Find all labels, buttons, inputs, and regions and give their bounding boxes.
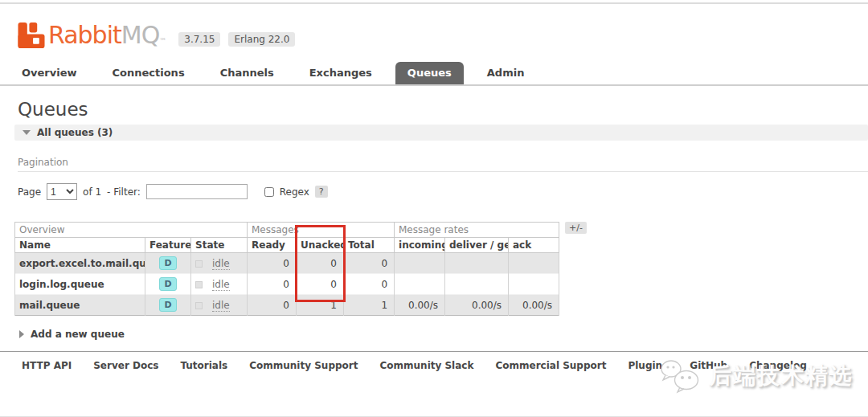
features-cell: D [145,295,191,316]
watermark-text: 后端技术精选 [709,361,854,391]
ready-cell: 0 [248,253,297,274]
col-header-total: Total [344,238,395,253]
tab-connections[interactable]: Connections [100,62,197,84]
state-indicator-icon [195,260,203,268]
rabbitmq-logo-icon [18,22,45,48]
state-cell: idle [191,253,248,274]
footer-link-http-api[interactable]: HTTP API [22,360,72,371]
page-of-label: of 1 [83,186,101,198]
column-group-overview: Overview [15,223,248,238]
queue-name-link[interactable]: export.excel.to.mail.queue [15,253,145,274]
incoming-rate-cell: 0.00/s [395,295,445,316]
logo-word-mq: MQ [121,21,160,49]
table-row: export.excel.to.mail.queue D idle 0 0 0 [15,253,559,274]
add-queue-label: Add a new queue [31,329,125,340]
features-cell: D [145,253,191,274]
total-cell: 1 [344,295,395,316]
footer-link-commercial-support[interactable]: Commercial Support [495,360,606,371]
incoming-rate-cell [395,253,445,274]
rabbitmq-logo-text: RabbitMQ™ [48,21,166,49]
ack-rate-cell [509,253,559,274]
logo-trademark: ™ [159,37,166,45]
col-header-features: Features [145,238,191,253]
state-indicator-icon [195,281,203,288]
deliver-get-rate-cell [445,253,509,274]
state-indicator-icon [195,302,203,309]
page-title: Queues [18,99,868,120]
tab-queues[interactable]: Queues [395,62,464,84]
col-header-name: Name [15,238,145,253]
regex-checkbox[interactable] [264,187,274,197]
tab-exchanges[interactable]: Exchanges [297,62,384,84]
footer-link-tutorials[interactable]: Tutorials [180,360,227,371]
col-header-state: State [191,238,248,253]
col-header-ready: Ready [248,238,297,253]
page-label: Page [18,186,41,198]
pagination-controls: Page 1 of 1 - Filter: Regex ? [18,183,868,200]
col-header-incoming: incoming [395,238,445,253]
features-cell: D [145,274,191,295]
main-nav-tabs: Overview Connections Channels Exchanges … [0,62,868,86]
durable-feature-badge: D [159,298,176,312]
add-queue-toggle[interactable]: Add a new queue [18,329,868,340]
unacked-cell: 0 [297,253,344,274]
queue-state: idle [212,258,230,270]
col-header-unacked: Unacked [297,238,344,253]
durable-feature-badge: D [159,277,176,291]
logo-word-rabbit: Rabbit [48,21,121,49]
queues-table: Overview Messages Message rates Name Fea… [14,222,559,316]
footer-link-community-slack[interactable]: Community Slack [379,360,473,371]
footer-link-server-docs[interactable]: Server Docs [93,360,158,371]
table-row: login.log.queue D idle 0 0 0 [15,274,559,295]
tab-admin[interactable]: Admin [475,62,537,84]
column-group-message-rates: Message rates [395,223,559,238]
pagination-heading: Pagination [18,153,868,172]
column-toggle-button[interactable]: +/- [565,222,587,234]
incoming-rate-cell [395,274,445,295]
deliver-get-rate-cell [445,274,509,295]
unacked-cell: 0 [297,274,344,295]
total-cell: 0 [344,274,395,295]
state-cell: idle [191,274,248,295]
help-icon[interactable]: ? [315,186,328,198]
queues-table-container: Overview Messages Message rates Name Fea… [14,222,559,316]
all-queues-toggle[interactable]: All queues (3) [14,125,868,141]
regex-label: Regex [280,186,309,198]
version-badge: 3.7.15 [178,32,220,47]
column-group-messages: Messages [248,223,395,238]
total-cell: 0 [344,253,395,274]
collapse-arrow-icon [23,130,31,135]
expand-arrow-icon [19,330,24,338]
col-header-ack: ack [509,238,559,253]
tab-overview[interactable]: Overview [10,62,89,84]
state-cell: idle [191,295,248,316]
ack-rate-cell [509,274,559,295]
col-header-deliver-get: deliver / get [445,238,509,253]
wechat-icon [659,358,702,394]
filter-input[interactable] [146,184,248,199]
queue-name-link[interactable]: login.log.queue [15,274,145,295]
page-select[interactable]: 1 [47,183,77,200]
erlang-version-badge: Erlang 22.0 [228,32,295,47]
queue-state: idle [212,300,230,312]
table-row: mail.queue D idle 0 1 1 0.00/s 0.00/s 0.… [15,295,559,316]
all-queues-label: All queues (3) [37,127,113,138]
ready-cell: 0 [248,295,297,316]
top-border-line [0,2,868,4]
deliver-get-rate-cell: 0.00/s [445,295,509,316]
unacked-cell: 1 [297,295,344,316]
ack-rate-cell: 0.00/s [509,295,559,316]
durable-feature-badge: D [159,256,176,270]
ready-cell: 0 [248,274,297,295]
footer-link-community-support[interactable]: Community Support [249,360,358,371]
filter-label: - Filter: [107,186,141,198]
watermark: 后端技术精选 [659,358,854,394]
tab-channels[interactable]: Channels [208,62,286,84]
queue-state: idle [212,279,230,291]
app-header: RabbitMQ™ 3.7.15 Erlang 22.0 [18,21,868,49]
queue-name-link[interactable]: mail.queue [15,295,145,316]
